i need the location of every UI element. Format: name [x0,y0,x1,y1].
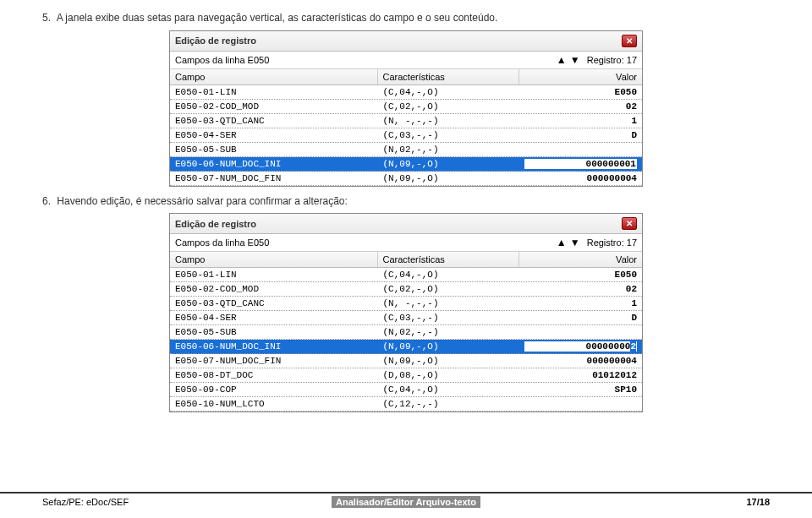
cell-campo: E050-07-NUM_DOC_FIN [170,172,378,185]
cell-campo: E050-02-COD_MOD [170,282,378,296]
table-row[interactable]: E050-08-DT_DOC(D,08,-,O)01012012 [170,368,642,383]
cell-carac: (N, -,-,-) [378,297,519,310]
cell-campo: E050-07-NUM_DOC_FIN [170,354,378,368]
instruction-6-number: 6. [42,195,51,207]
edit-record-dialog-1: Edição de registro ✕ Campos da linha E05… [169,30,643,187]
line-fields-label: Campos da linha E050 [175,55,555,65]
cell-campo: E050-01-LIN [170,85,378,99]
page-footer: Sefaz/PE: eDoc/SEF Analisador/Editor Arq… [0,492,812,508]
cell-carac: (C,04,-,O) [378,85,519,99]
dialog-title: Edição de registro [175,35,256,46]
cell-campo: E050-06-NUM_DOC_INI [170,340,378,353]
cell-carac: (C,12,-,-) [378,397,519,411]
table-row[interactable]: E050-01-LIN(C,04,-,O)E050 [170,85,642,100]
col-header-valor: Valor [519,252,642,267]
instruction-5: 5. A janela exibe duas setas para navega… [42,12,770,25]
table-row[interactable]: E050-01-LIN(C,04,-,O)E050 [170,268,642,282]
col-header-carac: Características [378,69,519,85]
cell-valor: 02 [519,282,642,296]
close-icon[interactable]: ✕ [622,35,637,47]
cell-campo: E050-09-COP [170,383,378,396]
cell-valor: 02 [519,100,642,113]
footer-page-number: 17/18 [480,497,770,507]
cell-valor[interactable]: 000000001 [519,157,642,171]
col-header-carac: Características [378,252,519,267]
cell-carac: (C,03,-,-) [378,128,519,142]
table-row[interactable]: E050-04-SER(C,03,-,-)D [170,128,642,143]
cell-valor [519,397,642,411]
arrow-down-icon[interactable]: ▼ [569,237,581,248]
col-header-valor: Valor [519,69,642,85]
cell-valor [519,143,642,156]
cell-carac: (N,09,-,O) [378,172,519,185]
cell-carac: (C,03,-,-) [378,311,519,324]
instruction-6: 6. Havendo edição, é necessário salvar p… [42,195,770,209]
table-row[interactable]: E050-03-QTD_CANC(N, -,-,-)1 [170,297,642,311]
cell-valor[interactable]: 000000002 [519,340,642,353]
close-icon[interactable]: ✕ [622,217,637,230]
table-row[interactable]: E050-05-SUB(N,02,-,-) [170,325,642,340]
table-row[interactable]: E050-02-COD_MOD(C,02,-,O)02 [170,100,642,114]
arrow-up-icon[interactable]: ▲ [556,237,568,248]
cell-carac: (N,02,-,-) [378,325,519,339]
cell-campo: E050-10-NUM_LCTO [170,397,378,411]
table-row[interactable]: E050-04-SER(C,03,-,-)D [170,311,642,325]
cell-carac: (C,02,-,O) [378,100,519,113]
value-edit-input[interactable]: 000000001 [524,159,637,169]
cell-carac: (N,09,-,O) [378,354,519,368]
cell-campo: E050-08-DT_DOC [170,368,378,382]
table-header: Campo Características Valor [170,69,642,85]
cell-campo: E050-03-QTD_CANC [170,114,378,128]
cell-valor: 1 [519,114,642,128]
table-row[interactable]: E050-10-NUM_LCTO(C,12,-,-) [170,397,642,412]
cell-valor: E050 [519,268,642,281]
cell-valor: 01012012 [519,368,642,382]
cell-carac: (N,09,-,O) [378,157,519,171]
registro-label: Registro: 17 [587,237,637,248]
col-header-campo: Campo [170,252,378,267]
cell-carac: (N,09,-,O) [378,340,519,353]
table-row[interactable]: E050-06-NUM_DOC_INI(N,09,-,O)000000002 [170,340,642,354]
value-edit-input[interactable]: 000000002 [524,341,637,352]
table-row[interactable]: E050-03-QTD_CANC(N, -,-,-)1 [170,114,642,128]
cell-carac: (D,08,-,O) [378,368,519,382]
footer-left: Sefaz/PE: eDoc/SEF [42,497,332,507]
arrow-down-icon[interactable]: ▼ [569,54,581,66]
cell-valor: E050 [519,85,642,99]
instruction-5-text: A janela exibe duas setas para navegação… [57,12,498,24]
cell-carac: (C,04,-,O) [378,268,519,281]
line-fields-label: Campos da linha E050 [175,237,555,248]
dialog-titlebar: Edição de registro ✕ [170,214,642,234]
cell-valor [519,325,642,339]
table-row[interactable]: E050-09-COP(C,04,-,O)SP10 [170,383,642,397]
footer-mid: Analisador/Editor Arquivo-texto [332,496,480,508]
cell-carac: (N, -,-,-) [378,114,519,128]
arrow-up-icon[interactable]: ▲ [556,54,568,66]
table-row[interactable]: E050-05-SUB(N,02,-,-) [170,143,642,157]
edit-record-dialog-2: Edição de registro ✕ Campos da linha E05… [169,213,643,412]
col-header-campo: Campo [170,69,378,85]
cell-campo: E050-04-SER [170,128,378,142]
table-row[interactable]: E050-02-COD_MOD(C,02,-,O)02 [170,282,642,297]
instruction-5-number: 5. [42,12,51,24]
cell-valor: D [519,128,642,142]
table-row[interactable]: E050-06-NUM_DOC_INI(N,09,-,O)000000001 [170,157,642,172]
cell-campo: E050-01-LIN [170,268,378,281]
cell-carac: (C,02,-,O) [378,282,519,296]
cell-campo: E050-03-QTD_CANC [170,297,378,310]
cell-valor: SP10 [519,383,642,396]
cell-valor: D [519,311,642,324]
table-header: Campo Características Valor [170,252,642,268]
registro-label: Registro: 17 [587,55,637,65]
dialog-titlebar: Edição de registro ✕ [170,31,642,52]
instruction-6-text: Havendo edição, é necessário salvar para… [57,195,348,207]
cell-campo: E050-05-SUB [170,143,378,156]
cell-carac: (N,02,-,-) [378,143,519,156]
cell-campo: E050-06-NUM_DOC_INI [170,157,378,171]
cell-valor: 000000004 [519,354,642,368]
cell-campo: E050-02-COD_MOD [170,100,378,113]
table-row[interactable]: E050-07-NUM_DOC_FIN(N,09,-,O)000000004 [170,354,642,368]
cell-campo: E050-04-SER [170,311,378,324]
table-row[interactable]: E050-07-NUM_DOC_FIN(N,09,-,O)000000004 [170,172,642,186]
cell-valor: 000000004 [519,172,642,185]
